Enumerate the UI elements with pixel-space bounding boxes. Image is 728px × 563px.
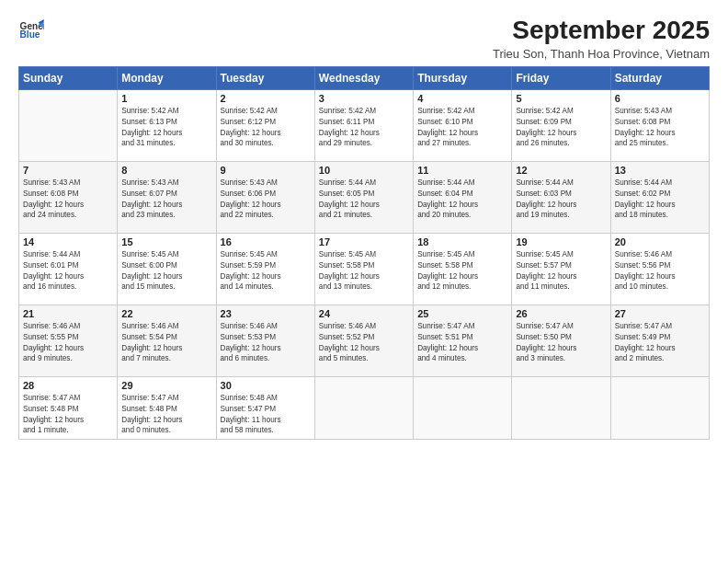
cell-info: Sunrise: 5:42 AMSunset: 6:12 PMDaylight:… [221,106,311,150]
header-day-thursday: Thursday [414,66,512,89]
cell-info: Sunrise: 5:47 AMSunset: 5:49 PMDaylight:… [615,321,705,365]
calendar-cell: 14Sunrise: 5:44 AMSunset: 6:01 PMDayligh… [19,233,118,304]
calendar-cell: 3Sunrise: 5:42 AMSunset: 6:11 PMDaylight… [314,89,413,161]
calendar-cell [314,376,413,440]
calendar-cell: 12Sunrise: 5:44 AMSunset: 6:03 PMDayligh… [512,161,610,233]
cell-info: Sunrise: 5:47 AMSunset: 5:48 PMDaylight:… [23,393,113,437]
day-number: 24 [319,308,409,319]
day-number: 27 [615,308,705,319]
logo: General Blue [18,17,44,42]
cell-info: Sunrise: 5:45 AMSunset: 5:59 PMDaylight:… [221,249,311,293]
calendar-cell: 4Sunrise: 5:42 AMSunset: 6:10 PMDaylight… [414,89,512,161]
page: General Blue September 2025 Trieu Son, T… [0,0,728,563]
calendar-table: SundayMondayTuesdayWednesdayThursdayFrid… [18,66,710,441]
day-number: 1 [121,93,211,104]
calendar-cell [414,376,512,440]
cell-info: Sunrise: 5:47 AMSunset: 5:50 PMDaylight:… [516,321,606,365]
calendar-cell: 7Sunrise: 5:43 AMSunset: 6:08 PMDaylight… [19,161,118,233]
cell-info: Sunrise: 5:43 AMSunset: 6:07 PMDaylight:… [121,178,211,222]
day-number: 6 [615,93,705,104]
cell-info: Sunrise: 5:45 AMSunset: 5:57 PMDaylight:… [516,249,606,293]
calendar-cell: 8Sunrise: 5:43 AMSunset: 6:07 PMDaylight… [118,161,216,233]
calendar-cell: 28Sunrise: 5:47 AMSunset: 5:48 PMDayligh… [19,376,118,440]
day-number: 20 [615,236,705,247]
cell-info: Sunrise: 5:46 AMSunset: 5:52 PMDaylight:… [319,321,409,365]
calendar-cell: 24Sunrise: 5:46 AMSunset: 5:52 PMDayligh… [314,304,413,376]
calendar-cell: 23Sunrise: 5:46 AMSunset: 5:53 PMDayligh… [216,304,314,376]
day-number: 23 [221,308,311,319]
cell-info: Sunrise: 5:44 AMSunset: 6:04 PMDaylight:… [417,178,507,222]
subtitle: Trieu Son, Thanh Hoa Province, Vietnam [493,47,710,61]
header: General Blue September 2025 Trieu Son, T… [18,17,710,61]
calendar-cell: 20Sunrise: 5:46 AMSunset: 5:56 PMDayligh… [610,233,709,304]
day-number: 11 [417,165,507,176]
cell-info: Sunrise: 5:42 AMSunset: 6:09 PMDaylight:… [516,106,606,150]
day-number: 28 [23,380,113,391]
month-title: September 2025 [493,17,710,45]
header-day-sunday: Sunday [19,66,118,89]
day-number: 29 [121,380,211,391]
header-day-friday: Friday [512,66,610,89]
cell-info: Sunrise: 5:46 AMSunset: 5:54 PMDaylight:… [121,321,211,365]
day-number: 14 [23,236,113,247]
calendar-cell: 6Sunrise: 5:43 AMSunset: 6:08 PMDaylight… [610,89,709,161]
calendar-cell: 15Sunrise: 5:45 AMSunset: 6:00 PMDayligh… [118,233,216,304]
day-number: 21 [23,308,113,319]
calendar-cell: 11Sunrise: 5:44 AMSunset: 6:04 PMDayligh… [414,161,512,233]
calendar-cell: 2Sunrise: 5:42 AMSunset: 6:12 PMDaylight… [216,89,314,161]
header-day-wednesday: Wednesday [314,66,413,89]
cell-info: Sunrise: 5:42 AMSunset: 6:13 PMDaylight:… [121,106,211,150]
header-day-monday: Monday [118,66,216,89]
svg-text:Blue: Blue [20,29,40,40]
day-number: 15 [121,236,211,247]
calendar-cell: 17Sunrise: 5:45 AMSunset: 5:58 PMDayligh… [314,233,413,304]
cell-info: Sunrise: 5:42 AMSunset: 6:10 PMDaylight:… [417,106,507,150]
calendar-cell [512,376,610,440]
calendar-cell: 5Sunrise: 5:42 AMSunset: 6:09 PMDaylight… [512,89,610,161]
calendar-cell: 30Sunrise: 5:48 AMSunset: 5:47 PMDayligh… [216,376,314,440]
cell-info: Sunrise: 5:44 AMSunset: 6:02 PMDaylight:… [615,178,705,222]
calendar-cell: 10Sunrise: 5:44 AMSunset: 6:05 PMDayligh… [314,161,413,233]
cell-info: Sunrise: 5:45 AMSunset: 5:58 PMDaylight:… [319,249,409,293]
calendar-cell: 18Sunrise: 5:45 AMSunset: 5:58 PMDayligh… [414,233,512,304]
calendar-cell [610,376,709,440]
cell-info: Sunrise: 5:43 AMSunset: 6:06 PMDaylight:… [221,178,311,222]
calendar-cell: 26Sunrise: 5:47 AMSunset: 5:50 PMDayligh… [512,304,610,376]
title-block: September 2025 Trieu Son, Thanh Hoa Prov… [493,17,710,61]
day-number: 13 [615,165,705,176]
day-number: 2 [221,93,311,104]
cell-info: Sunrise: 5:44 AMSunset: 6:01 PMDaylight:… [23,249,113,293]
calendar-cell: 1Sunrise: 5:42 AMSunset: 6:13 PMDaylight… [118,89,216,161]
cell-info: Sunrise: 5:44 AMSunset: 6:05 PMDaylight:… [319,178,409,222]
day-number: 25 [417,308,507,319]
day-number: 16 [221,236,311,247]
day-number: 18 [417,236,507,247]
logo-icon: General Blue [18,17,44,42]
day-number: 17 [319,236,409,247]
calendar-cell: 22Sunrise: 5:46 AMSunset: 5:54 PMDayligh… [118,304,216,376]
cell-info: Sunrise: 5:48 AMSunset: 5:47 PMDaylight:… [221,393,311,437]
calendar-cell: 27Sunrise: 5:47 AMSunset: 5:49 PMDayligh… [610,304,709,376]
cell-info: Sunrise: 5:46 AMSunset: 5:55 PMDaylight:… [23,321,113,365]
header-day-tuesday: Tuesday [216,66,314,89]
week-row-4: 21Sunrise: 5:46 AMSunset: 5:55 PMDayligh… [19,304,710,376]
header-day-saturday: Saturday [610,66,709,89]
cell-info: Sunrise: 5:45 AMSunset: 6:00 PMDaylight:… [121,249,211,293]
header-row: SundayMondayTuesdayWednesdayThursdayFrid… [19,66,710,89]
week-row-3: 14Sunrise: 5:44 AMSunset: 6:01 PMDayligh… [19,233,710,304]
cell-info: Sunrise: 5:47 AMSunset: 5:48 PMDaylight:… [121,393,211,437]
day-number: 12 [516,165,606,176]
day-number: 10 [319,165,409,176]
day-number: 8 [121,165,211,176]
day-number: 19 [516,236,606,247]
day-number: 9 [221,165,311,176]
calendar-cell [19,89,118,161]
calendar-cell: 29Sunrise: 5:47 AMSunset: 5:48 PMDayligh… [118,376,216,440]
calendar-cell: 19Sunrise: 5:45 AMSunset: 5:57 PMDayligh… [512,233,610,304]
day-number: 7 [23,165,113,176]
calendar-cell: 13Sunrise: 5:44 AMSunset: 6:02 PMDayligh… [610,161,709,233]
week-row-2: 7Sunrise: 5:43 AMSunset: 6:08 PMDaylight… [19,161,710,233]
cell-info: Sunrise: 5:43 AMSunset: 6:08 PMDaylight:… [615,106,705,150]
week-row-1: 1Sunrise: 5:42 AMSunset: 6:13 PMDaylight… [19,89,710,161]
day-number: 26 [516,308,606,319]
